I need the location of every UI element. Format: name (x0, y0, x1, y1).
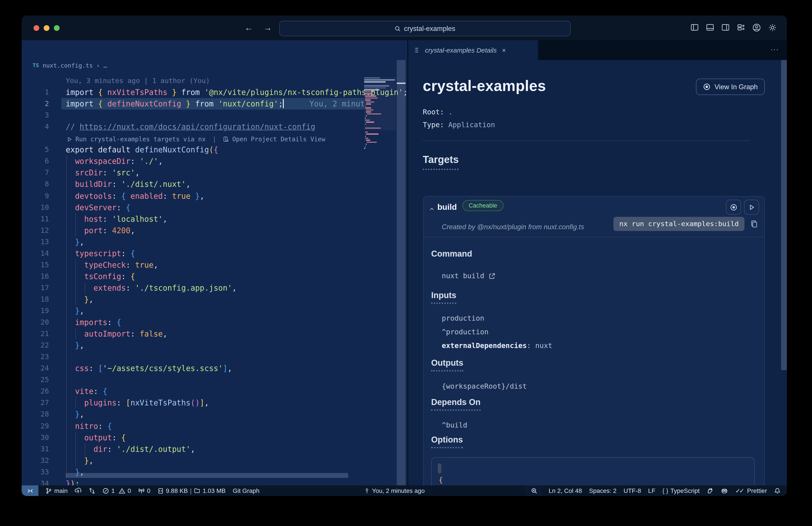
input-item: ^production (442, 328, 489, 336)
code-line[interactable]: devtools: { enabled: true }, (66, 190, 204, 202)
git-compare-icon[interactable] (85, 485, 99, 496)
code-line[interactable]: dir: './dist/.output', (66, 443, 195, 455)
copilot-icon[interactable] (717, 485, 732, 496)
code-line[interactable]: workspaceDir: './', (66, 156, 163, 167)
copy-icon[interactable] (750, 220, 758, 228)
navigate-back-icon[interactable]: ← (245, 23, 253, 33)
line-number: 15 (21, 259, 49, 271)
close-window-button[interactable] (33, 25, 39, 31)
view-target-graph-button[interactable] (726, 200, 741, 215)
depends-on-heading: Depends On (431, 397, 481, 411)
indent-guide (75, 213, 76, 236)
account-icon[interactable] (752, 23, 761, 32)
codelens-run-link[interactable]: Run crystal-examples targets via nx (75, 133, 206, 145)
code-line[interactable]: srcDir: 'src', (66, 167, 140, 179)
target-name[interactable]: build (437, 202, 457, 212)
line-col-item[interactable]: Ln 2, Col 48 (545, 485, 585, 496)
publish-icon[interactable] (71, 485, 85, 496)
breadcrumb[interactable]: TS nuxt.config.ts › … (33, 62, 107, 69)
toggle-secondary-sidebar-icon[interactable] (721, 23, 730, 32)
code-line[interactable]: }, (66, 294, 93, 305)
git-branch-icon (45, 487, 52, 494)
view-in-graph-button[interactable]: View In Graph (696, 79, 765, 95)
code-line[interactable]: typescript: { (66, 248, 135, 259)
zoom-icon[interactable] (526, 485, 542, 496)
code-line[interactable]: buildDir: './dist/.nuxt', (66, 179, 190, 190)
code-line[interactable]: }, (66, 455, 93, 466)
code-line[interactable]: extends: './tsconfig.app.json', (66, 282, 237, 294)
toggle-sidebar-icon[interactable] (690, 23, 699, 32)
settings-gear-icon[interactable] (768, 23, 777, 32)
language-item[interactable]: { }TypeScript (659, 485, 703, 496)
prettier-item[interactable]: ✓✓Prettier (732, 485, 770, 496)
notifications-bell-icon[interactable] (770, 485, 784, 496)
line-number: 32 (21, 455, 49, 466)
text-cursor (283, 99, 284, 108)
maximize-window-button[interactable] (54, 25, 60, 31)
problems-item[interactable]: 1 0 (99, 485, 135, 496)
code-line[interactable]: }); (66, 478, 79, 486)
code-line[interactable]: }, (66, 305, 84, 317)
indent-guide (66, 156, 67, 478)
code-line[interactable]: import { defineNuxtConfig } from 'nuxt/c… (66, 98, 365, 110)
breadcrumb-file[interactable]: nuxt.config.ts (43, 62, 93, 69)
line-number: 12 (21, 225, 49, 236)
toggle-panel-icon[interactable] (706, 23, 714, 32)
blame-item[interactable]: You, 2 minutes ago (361, 485, 428, 496)
indent-guide (85, 282, 85, 294)
remote-indicator[interactable] (21, 485, 39, 496)
editor-scrollbar[interactable] (397, 60, 406, 485)
code-line[interactable]: devServer: { (66, 202, 130, 213)
run-target-button[interactable] (744, 200, 759, 215)
code-line[interactable]: host: 'localhost', (66, 213, 168, 225)
file-size-item[interactable]: 9.88 KB | 1.03 MB (154, 485, 229, 496)
encoding-item[interactable]: UTF-8 (620, 485, 644, 496)
gitmoji-squirrel-icon[interactable] (703, 485, 717, 496)
close-tab-icon[interactable]: × (502, 46, 506, 54)
panel-more-actions-icon[interactable]: ··· (770, 45, 779, 54)
code-line[interactable]: port: 4200, (66, 225, 135, 236)
code-line[interactable]: tsConfig: { (66, 271, 135, 282)
run-command-chip[interactable]: nx run crystal-examples:build (614, 217, 744, 231)
code-line[interactable]: vite: { (66, 386, 107, 397)
code-line[interactable]: imports: { (66, 317, 121, 328)
collapse-chevron-icon[interactable] (429, 206, 435, 212)
panel-tab-strip: crystal-examples Details × ··· (408, 40, 787, 60)
customize-layout-icon[interactable] (737, 23, 745, 32)
code-line[interactable]: css: ['~/assets/css/styles.scss'], (66, 363, 232, 374)
git-graph-item[interactable]: Git Graph (229, 485, 263, 496)
git-branch-item[interactable]: main (42, 485, 71, 496)
code-line[interactable]: export default defineNuxtConfig({ (66, 144, 218, 156)
tab-project-details[interactable]: crystal-examples Details × (408, 40, 538, 60)
title-bar: ← → crystal-examples (21, 15, 787, 40)
command-heading: Command (431, 249, 472, 259)
indent-guide (85, 443, 85, 455)
eol-item[interactable]: LF (644, 485, 659, 496)
code-line[interactable]: output: { (66, 432, 126, 443)
code-line[interactable]: import { nxViteTsPaths } from '@nx/vite/… (66, 87, 407, 98)
code-line[interactable]: }, (66, 340, 84, 351)
options-code-editor[interactable]: { "cwd": "." } (431, 457, 755, 485)
command-value: nuxt build (442, 272, 496, 280)
panel-scrollbar[interactable] (781, 60, 787, 370)
code-line[interactable]: typeCheck: true, (66, 259, 158, 271)
breadcrumb-more[interactable]: … (103, 62, 107, 69)
code-line[interactable]: // https://nuxt.com/docs/api/configurati… (66, 121, 315, 132)
command-center-search[interactable]: crystal-examples (279, 21, 570, 36)
code-line[interactable]: }, (66, 409, 84, 420)
code-editor[interactable]: TS nuxt.config.ts › … You, 3 minutes ago… (21, 40, 407, 485)
code-line[interactable]: }, (66, 236, 84, 247)
minimap-slider[interactable] (364, 77, 396, 130)
navigate-forward-icon[interactable]: → (263, 23, 272, 33)
indentation-item[interactable]: Spaces: 2 (585, 485, 620, 496)
code-line[interactable]: plugins: [nxViteTsPaths()], (66, 397, 209, 409)
codelens-open-details-link[interactable]: Open Project Details View (232, 133, 325, 145)
cacheable-badge: Cacheable (463, 200, 503, 211)
minimize-window-button[interactable] (44, 25, 49, 31)
code-line[interactable]: autoImport: false, (66, 328, 168, 340)
ports-item[interactable]: 0 (135, 485, 154, 496)
external-link-icon[interactable] (489, 272, 496, 279)
codelens[interactable]: Run crystal-examples targets via nx | Op… (67, 133, 325, 145)
code-line[interactable]: nitro: { (66, 420, 112, 432)
horizontal-scrollbar[interactable] (66, 473, 348, 478)
